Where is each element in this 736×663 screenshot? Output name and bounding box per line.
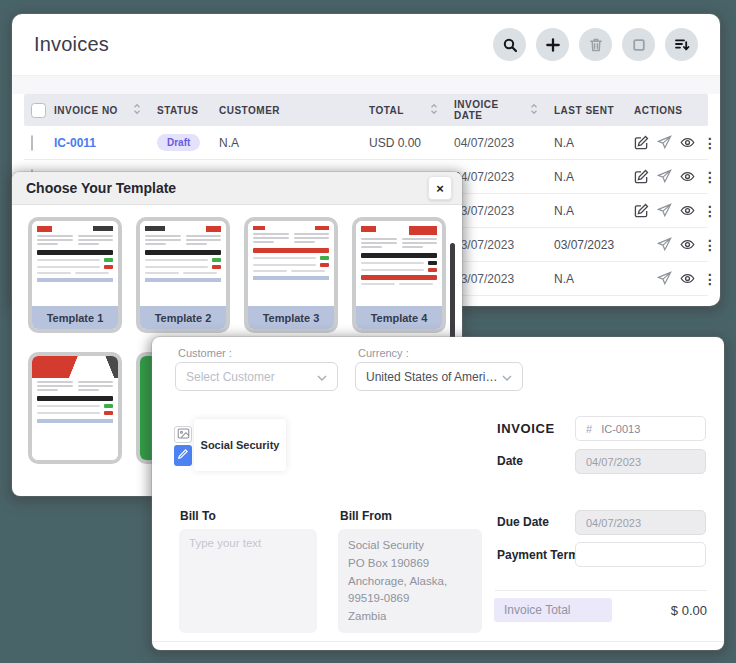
template-preview bbox=[140, 221, 226, 306]
date-label: Date bbox=[497, 454, 523, 468]
send-icon[interactable] bbox=[657, 203, 672, 218]
customer-label: Customer : bbox=[178, 347, 232, 359]
table-row: IC-0011 Draft N.A USD 0.00 04/07/2023 N.… bbox=[24, 126, 708, 160]
template-card-5[interactable] bbox=[28, 352, 122, 464]
page-title: Invoices bbox=[34, 33, 109, 56]
send-icon[interactable] bbox=[657, 271, 672, 286]
invoices-header: Invoices bbox=[12, 14, 720, 76]
row-menu-icon[interactable]: ⋮ bbox=[703, 238, 717, 252]
bill-to-textarea[interactable] bbox=[179, 529, 317, 633]
column-header-customer: CUSTOMER bbox=[219, 105, 369, 116]
send-icon[interactable] bbox=[657, 169, 672, 184]
bill-from-line: Social Security bbox=[348, 537, 472, 555]
customer-select[interactable]: Select Customer bbox=[175, 362, 338, 391]
template-preview bbox=[32, 356, 118, 460]
view-icon[interactable] bbox=[680, 135, 695, 150]
template-label: Template 3 bbox=[248, 306, 334, 329]
bill-to-label: Bill To bbox=[180, 509, 216, 523]
column-header-last-sent: LAST SENT bbox=[554, 105, 634, 116]
modal-header: Choose Your Template × bbox=[12, 172, 462, 205]
view-icon[interactable] bbox=[680, 271, 695, 286]
upload-logo-button[interactable] bbox=[174, 426, 192, 443]
last-sent-cell: N.A bbox=[554, 204, 634, 218]
app-background: { "invoices_panel": { "title": "Invoices… bbox=[0, 0, 736, 663]
sort-carets-icon bbox=[430, 103, 438, 117]
column-header-invoice-no[interactable]: INVOICE NO bbox=[54, 103, 157, 117]
trash-icon bbox=[588, 37, 604, 53]
edit-icon[interactable] bbox=[634, 135, 649, 150]
square-button[interactable] bbox=[622, 28, 655, 61]
chevron-down-icon bbox=[317, 370, 327, 384]
invoice-total-label: Invoice Total bbox=[494, 598, 612, 622]
customer-select-value: Select Customer bbox=[186, 370, 275, 384]
send-icon[interactable] bbox=[657, 237, 672, 252]
select-all-checkbox[interactable] bbox=[31, 103, 46, 118]
last-sent-cell: N.A bbox=[554, 170, 634, 184]
bill-from-line: Anchorage, Alaska, 99519-0869 bbox=[348, 573, 472, 609]
sort-carets-icon bbox=[133, 103, 141, 117]
currency-label: Currency : bbox=[358, 347, 409, 359]
last-sent-cell: 03/07/2023 bbox=[554, 238, 634, 252]
invoice-total-row: Invoice Total $ 0.00 bbox=[494, 598, 707, 622]
edit-logo-button[interactable] bbox=[174, 445, 192, 466]
invoice-number-link[interactable]: IC-0011 bbox=[54, 136, 96, 150]
close-button[interactable]: × bbox=[428, 176, 452, 200]
close-icon: × bbox=[436, 181, 444, 196]
view-icon[interactable] bbox=[680, 169, 695, 184]
invoice-date-cell: 04/07/2023 bbox=[454, 170, 554, 184]
invoice-number-value: IC-0013 bbox=[601, 423, 640, 435]
chevron-down-icon bbox=[502, 370, 512, 384]
template-card-1[interactable]: Template 1 bbox=[28, 217, 122, 333]
subheader-strip bbox=[12, 76, 720, 94]
date-value: 04/07/2023 bbox=[586, 456, 641, 468]
payment-terms-input[interactable] bbox=[575, 542, 706, 567]
totals-divider bbox=[495, 590, 707, 591]
row-menu-icon[interactable]: ⋮ bbox=[703, 272, 717, 286]
sort-button[interactable] bbox=[665, 28, 698, 61]
template-preview bbox=[248, 221, 334, 306]
company-logo-card[interactable]: Social Security bbox=[194, 419, 286, 471]
bill-from-line: PO Box 190869 bbox=[348, 555, 472, 573]
due-date-label: Due Date bbox=[497, 515, 549, 529]
edit-icon[interactable] bbox=[634, 169, 649, 184]
column-header-invoice-date[interactable]: INVOICE DATE bbox=[454, 99, 554, 121]
row-menu-icon[interactable]: ⋮ bbox=[703, 170, 717, 184]
send-icon[interactable] bbox=[657, 135, 672, 150]
square-icon bbox=[631, 37, 647, 53]
template-card-3[interactable]: Template 3 bbox=[244, 217, 338, 333]
invoices-toolbar bbox=[493, 28, 698, 61]
pencil-icon bbox=[177, 448, 189, 463]
bill-from-line: Zambia bbox=[348, 608, 472, 626]
search-button[interactable] bbox=[493, 28, 526, 61]
row-checkbox[interactable] bbox=[31, 135, 33, 151]
column-header-actions: ACTIONS bbox=[634, 105, 708, 116]
due-date-value: 04/07/2023 bbox=[586, 517, 641, 529]
column-header-total[interactable]: TOTAL bbox=[369, 103, 454, 117]
template-card-4[interactable]: Template 4 bbox=[352, 217, 446, 333]
invoice-date-cell: 03/07/2023 bbox=[454, 238, 554, 252]
add-invoice-button[interactable] bbox=[536, 28, 569, 61]
status-badge: Draft bbox=[157, 134, 200, 151]
invoice-number-input[interactable]: # IC-0013 bbox=[575, 416, 706, 441]
bill-from-box: Social Security PO Box 190869 Anchorage,… bbox=[338, 529, 482, 633]
edit-icon[interactable] bbox=[634, 203, 649, 218]
company-name: Social Security bbox=[201, 439, 280, 451]
template-label: Template 4 bbox=[356, 306, 442, 329]
row-menu-icon[interactable]: ⋮ bbox=[703, 204, 717, 218]
date-input: 04/07/2023 bbox=[575, 449, 706, 474]
delete-button[interactable] bbox=[579, 28, 612, 61]
last-sent-cell: N.A bbox=[554, 272, 634, 286]
search-icon bbox=[502, 37, 518, 53]
currency-select-value: United States of America-US... bbox=[366, 370, 502, 384]
column-header-status: STATUS bbox=[157, 105, 219, 116]
row-menu-icon[interactable]: ⋮ bbox=[703, 136, 717, 150]
view-icon[interactable] bbox=[680, 237, 695, 252]
currency-select[interactable]: United States of America-US... bbox=[355, 362, 523, 391]
template-label: Template 2 bbox=[140, 306, 226, 329]
view-icon[interactable] bbox=[680, 203, 695, 218]
template-card-2[interactable]: Template 2 bbox=[136, 217, 230, 333]
hash-prefix: # bbox=[586, 423, 592, 435]
plus-icon bbox=[545, 37, 561, 53]
sort-carets-icon bbox=[530, 103, 538, 117]
payment-terms-label: Payment Terms bbox=[497, 548, 585, 562]
